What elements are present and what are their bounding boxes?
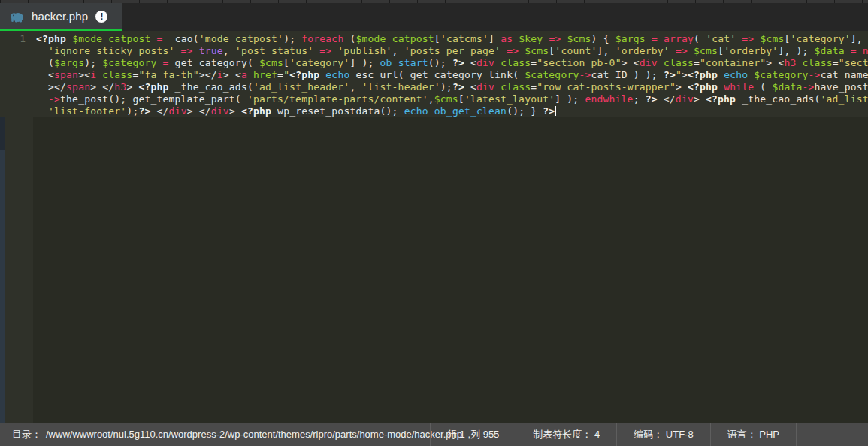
editor-empty-area[interactable]	[33, 117, 868, 423]
status-bar: 目录：/www/wwwroot/nui.5g110.cn/wordpress-2…	[0, 423, 868, 446]
left-scrollbar-track[interactable]	[0, 150, 5, 423]
tab-bar: hacker.php !	[0, 0, 868, 31]
code-editor[interactable]: 1 <?php $mode_catpost = _cao('mode_catpo…	[0, 31, 868, 423]
directory-label: 目录：	[12, 429, 41, 440]
code-line[interactable]: ($args); $category = get_category( $cms[…	[0, 57, 868, 69]
language-status: 语言： PHP	[710, 423, 797, 446]
code-line[interactable]: 'list-footer');?> </div> </div> <?php wp…	[0, 105, 868, 117]
text-cursor	[555, 106, 556, 116]
tab-size-status: 制表符长度： 4	[516, 423, 616, 446]
php-elephant-icon	[10, 11, 25, 23]
code-line[interactable]: <span><i class="fa fa-th"></i> <a href="…	[0, 69, 868, 81]
code-line[interactable]: ></span> </h3> <?php _the_cao_ads('ad_li…	[0, 81, 868, 93]
file-path-text: /www/wwwroot/nui.5g110.cn/wordpress-2/wp…	[46, 429, 462, 440]
tab-title: hacker.php	[32, 10, 88, 23]
left-scrollbar-thumb[interactable]	[0, 117, 5, 150]
encoding-status: 编码： UTF-8	[616, 423, 709, 446]
tab-hacker-php[interactable]: hacker.php !	[0, 3, 122, 29]
code-line[interactable]: 'ignore_sticky_posts' => true, 'post_sta…	[0, 45, 868, 57]
cursor-position-status: 行 1 ,列 955	[430, 423, 516, 446]
code-line[interactable]: <?php $mode_catpost = _cao('mode_catpost…	[0, 33, 868, 45]
tab-scrollbar	[0, 0, 868, 3]
code-area[interactable]: <?php $mode_catpost = _cao('mode_catpost…	[0, 33, 868, 117]
directory-path: 目录：/www/wwwroot/nui.5g110.cn/wordpress-2…	[12, 423, 462, 446]
code-line[interactable]: ->the_post(); get_template_part( 'parts/…	[0, 93, 868, 105]
warning-badge-icon[interactable]: !	[95, 11, 107, 23]
warning-badge-glyph: !	[100, 12, 103, 21]
